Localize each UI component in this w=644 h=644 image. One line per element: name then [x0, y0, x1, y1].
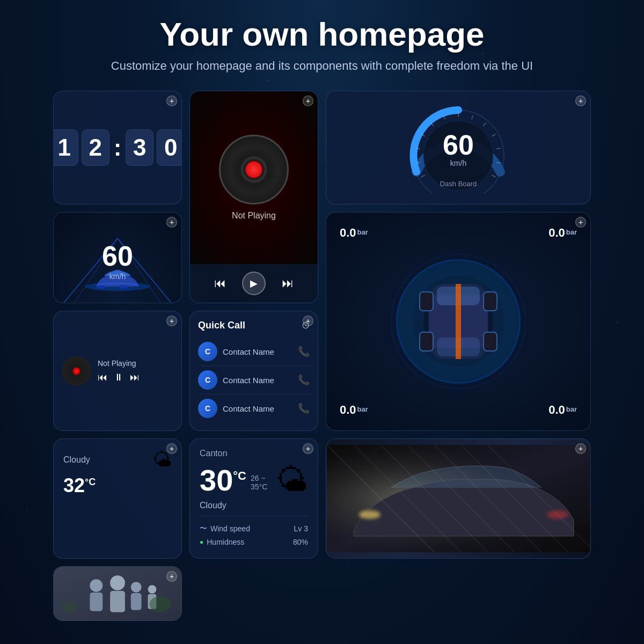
wind-speed-label: 〜 Wind speed: [200, 524, 250, 533]
tire-tr-value: 0.0: [548, 226, 565, 240]
svg-rect-21: [119, 286, 127, 289]
tire-tr-unit: bar: [566, 228, 577, 236]
call-icon-3[interactable]: 📞: [298, 402, 310, 414]
svg-rect-48: [90, 592, 103, 611]
speed-car-add-button[interactable]: +: [166, 217, 177, 228]
humidity-label-text: Humidness: [207, 538, 244, 546]
clock-add-button[interactable]: +: [166, 96, 177, 106]
weather-large-icon: 🌤: [276, 462, 308, 499]
weather-small-temp: 32°C: [63, 474, 96, 497]
humidity-row: ● Humidness 80%: [200, 536, 308, 548]
gauge-speed: 60: [443, 131, 474, 159]
weather-small-widget: + Cloudy 🌤 32°C: [53, 438, 182, 559]
gauge-value: 60 km/h: [443, 131, 474, 168]
svg-point-56: [62, 602, 78, 612]
speed-car-widget: + 60 km/h: [53, 212, 182, 303]
speed-car-speed: 60: [102, 240, 133, 272]
svg-line-9: [472, 115, 473, 120]
clock-min2: 0: [157, 129, 182, 166]
speed-car-unit: km/h: [109, 272, 126, 281]
call-icon-2[interactable]: 📞: [298, 374, 310, 386]
contact-name-3: Contact Name: [223, 404, 298, 413]
tire-bl-unit: bar: [357, 405, 368, 413]
weather-small-add-button[interactable]: +: [166, 443, 177, 454]
contact-name-1: Contact Name: [223, 347, 298, 356]
wind-icon: 〜: [200, 524, 207, 533]
weather-city: Canton: [200, 449, 308, 458]
weather-details: 〜 Wind speed Lv 3 ● Humidness 80%: [200, 516, 308, 548]
tire-bl: 0.0 bar: [334, 398, 374, 422]
tire-br-value: 0.0: [548, 403, 565, 417]
music-play-button[interactable]: ▶: [242, 272, 266, 295]
music-small-add-button[interactable]: +: [166, 316, 177, 326]
svg-point-53: [148, 585, 157, 594]
family-photo-background: [54, 567, 181, 620]
wind-label-text: Wind speed: [210, 524, 250, 533]
clock-colon: :: [113, 134, 123, 161]
tire-tl-unit: bar: [357, 228, 368, 236]
svg-point-47: [90, 579, 103, 592]
car-photo-svg: [327, 445, 590, 552]
svg-rect-52: [131, 593, 142, 610]
music-small-prev-button[interactable]: ⏮: [98, 372, 107, 383]
tire-tl: 0.0 bar: [334, 221, 374, 245]
tire-br-unit: bar: [566, 405, 577, 413]
family-photo-widget: +: [53, 566, 182, 621]
music-large-status: Not Playing: [232, 211, 276, 221]
svg-line-10: [483, 123, 486, 126]
vinyl-center: [246, 162, 262, 178]
page-title: Your own homepage: [0, 16, 644, 53]
music-large-widget: + Not Playing ⏮ ▶ ⏭: [189, 91, 318, 303]
music-prev-button[interactable]: ⏮: [214, 276, 226, 290]
gauge-container: 60 km/h Dash Board: [405, 102, 512, 193]
wind-value: Lv 3: [294, 524, 308, 533]
weather-large-top: 30°C 26 ~ 35°C 🌤: [200, 462, 308, 499]
svg-rect-50: [110, 591, 125, 612]
clock-min1: 3: [126, 129, 153, 166]
contact-row-1: C Contact Name 📞: [198, 338, 310, 366]
svg-line-14: [492, 175, 495, 177]
svg-line-12: [496, 148, 501, 149]
music-small-widget: + Not Playing ⏮ ⏸ ⏭: [53, 311, 182, 431]
svg-point-55: [150, 596, 171, 612]
page-header: Your own homepage Customize your homepag…: [0, 0, 644, 85]
tire-br: 0.0 bar: [543, 398, 582, 422]
quick-call-title: Quick Call: [198, 320, 245, 331]
humidity-value: 80%: [293, 538, 308, 546]
page-subtitle: Customize your homepage and its componen…: [0, 57, 644, 75]
music-next-button[interactable]: ⏭: [282, 276, 294, 290]
call-icon-1[interactable]: 📞: [298, 346, 310, 357]
widget-grid: + 1 2 : 3 0 + Not Playing ⏮ ▶ ⏭ +: [0, 85, 644, 626]
weather-large-add-button[interactable]: +: [303, 443, 313, 454]
contact-avatar-2: C: [198, 370, 217, 390]
vinyl-small: [62, 356, 91, 386]
family-photo-svg: [54, 567, 181, 620]
music-small-status: Not Playing: [98, 359, 173, 368]
weather-large-condition: Cloudy: [200, 501, 308, 510]
music-small-info: Not Playing ⏮ ⏸ ⏭: [98, 359, 173, 383]
wind-speed-row: 〜 Wind speed Lv 3: [200, 522, 308, 536]
svg-point-49: [110, 575, 125, 590]
clock-hour2: 2: [82, 129, 109, 166]
contact-name-2: Contact Name: [223, 376, 298, 385]
quick-call-add-button[interactable]: +: [303, 316, 313, 326]
svg-point-37: [359, 510, 380, 519]
tire-pressure-grid: 0.0 bar 0.0 bar 0.0 bar 0.0 bar: [334, 221, 582, 422]
svg-line-11: [492, 134, 495, 136]
car-photo-background: [326, 439, 590, 558]
svg-point-51: [131, 582, 142, 592]
contact-row-2: C Contact Name 📞: [198, 366, 310, 394]
car-photo-widget: +: [326, 438, 591, 559]
dashboard-add-button[interactable]: +: [575, 96, 586, 106]
weather-small-unit: °C: [85, 477, 96, 487]
music-small-next-button[interactable]: ⏭: [130, 372, 140, 383]
contact-avatar-3: C: [198, 399, 217, 418]
vinyl-record: [219, 135, 289, 204]
music-large-controls: ⏮ ▶ ⏭: [190, 264, 318, 303]
contact-avatar-1: C: [198, 342, 217, 361]
contact-row-3: C Contact Name 📞: [198, 394, 310, 422]
tire-bl-value: 0.0: [340, 403, 356, 417]
quick-call-widget: + Quick Call ⊙ C Contact Name 📞 C Contac…: [189, 311, 318, 431]
music-small-pause-button[interactable]: ⏸: [114, 372, 123, 383]
weather-small-condition: Cloudy: [63, 455, 90, 465]
